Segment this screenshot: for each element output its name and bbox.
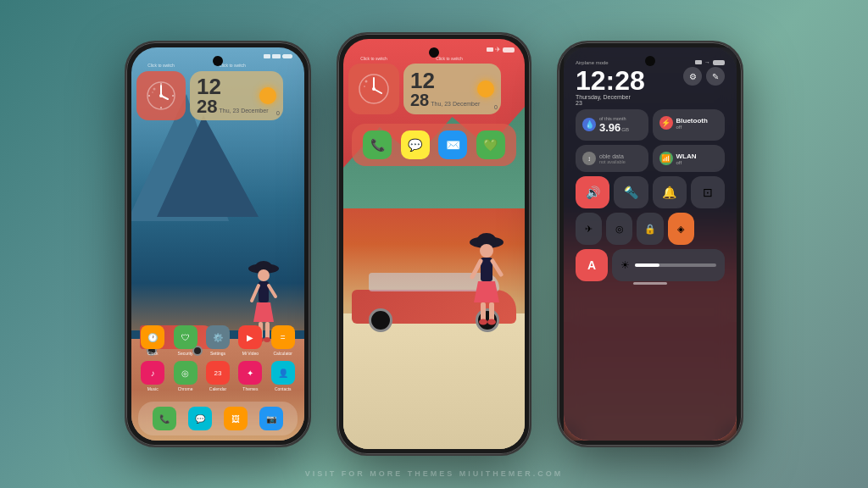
phone-2: ✈ Click to switch Click to switch (337, 32, 531, 456)
cc-top-icons: → (695, 59, 725, 65)
watermark: VISIT FOR MORE THEMES MIUITHEMER.COM (0, 469, 868, 478)
app-chrome[interactable]: ◎ Chrome (171, 361, 200, 391)
clock-widget[interactable] (136, 71, 186, 120)
status-icons-right: ✈ (264, 54, 292, 58)
p2-app-row: 📞 💬 ✉️ 💚 (352, 124, 516, 166)
svg-line-10 (269, 286, 275, 297)
cc-data-unit: GB (621, 127, 629, 132)
phone2-wallpaper: ✈ Click to switch Click to switch (343, 39, 525, 449)
svg-point-14 (159, 94, 163, 97)
datetime-widget[interactable]: 12 28 Thu, 23 December 0 (190, 71, 283, 120)
cc-wlan-tile[interactable]: 📶 WLAN off (653, 145, 726, 172)
p2-clock-widget[interactable] (348, 64, 399, 114)
cc-data-tile[interactable]: 💧 of this month 3.96 GB (576, 109, 648, 141)
phone-3: Airplane mode → 12:28 Thursday, December (557, 41, 743, 447)
app-music[interactable]: ♪ Music (138, 361, 167, 391)
cc-bluetooth-tile[interactable]: ⚡ Bluetooth off (653, 109, 726, 141)
app-themes[interactable]: ✦ Themes (236, 361, 264, 391)
svg-point-19 (153, 88, 156, 91)
svg-point-36 (365, 80, 368, 83)
svg-rect-26 (481, 302, 486, 321)
dock-camera[interactable]: 📷 (257, 407, 286, 430)
svg-point-29 (487, 319, 496, 325)
svg-point-2 (258, 269, 270, 281)
weather-sun-icon (259, 87, 276, 104)
dock-messages[interactable]: 💬 (186, 407, 214, 430)
svg-line-30 (472, 261, 481, 277)
widget-hour: 12 (197, 75, 221, 97)
app-settings[interactable]: ⚙️ Settings (203, 325, 232, 356)
p2-widget-hour: 12 (410, 69, 435, 92)
svg-marker-4 (253, 302, 274, 322)
cc-location-btn[interactable]: ◈ (668, 213, 694, 245)
dock-phone[interactable]: 📞 (150, 407, 179, 430)
cc-bluetooth-status: off (676, 125, 708, 130)
svg-point-18 (148, 95, 150, 97)
app-mivideo[interactable]: ▶ Mi Video (236, 325, 264, 356)
cc-scroll-handle (633, 282, 667, 285)
cc-airplane-btn[interactable]: ✈ (576, 213, 602, 245)
svg-rect-3 (259, 281, 269, 302)
p2-datetime-widget[interactable]: 12 28 Thu, 23 December 0 (403, 64, 501, 114)
svg-point-37 (364, 86, 365, 87)
cc-bluetooth-label: Bluetooth (676, 117, 708, 125)
app-grid: 🕐 Clock 🛡 Security ⚙️ Settings ▶ Mi Vide… (136, 325, 299, 391)
cc-a-btn[interactable]: A (576, 249, 608, 281)
cc-volume-btn[interactable]: 🔊 (576, 176, 609, 208)
dock-gallery[interactable]: 🖼 (221, 407, 250, 430)
widget-label-1: Click to switch (136, 63, 186, 68)
cc-wlan-status: off (676, 160, 697, 165)
cc-lock-btn[interactable]: 🔒 (637, 213, 663, 245)
p3-camera-punch-hole (645, 56, 655, 66)
p2-widget-label-2: Click to switch (403, 56, 496, 61)
svg-point-20 (152, 92, 153, 93)
cc-mobile-data-tile[interactable]: ↕ oble data not available (576, 145, 648, 172)
p2-messages-app[interactable]: 💬 (401, 130, 430, 159)
cc-circle-btn[interactable]: ◎ (606, 213, 632, 245)
svg-point-15 (160, 83, 162, 85)
app-clock[interactable]: 🕐 Clock (138, 325, 167, 356)
p2-mail-app[interactable]: ✉️ (438, 130, 467, 159)
p2-status-icons: ✈ (487, 46, 515, 53)
svg-point-23 (480, 244, 493, 258)
svg-rect-27 (489, 302, 494, 321)
cc-mobile-data-label: oble data (599, 153, 626, 159)
svg-point-28 (479, 319, 487, 325)
p2-wechat-app[interactable]: 💚 (476, 130, 505, 159)
camera-punch-hole (213, 56, 223, 66)
svg-point-17 (160, 107, 162, 108)
svg-line-9 (252, 286, 259, 301)
cc-brightness-control[interactable]: ☀ (612, 249, 725, 281)
app-security[interactable]: 🛡 Security (171, 325, 200, 356)
app-contacts[interactable]: 👤 Contacts (269, 361, 298, 391)
widget-label-2: Click to switch (190, 63, 275, 68)
svg-point-35 (372, 87, 376, 91)
cc-time: 12:28 (576, 67, 645, 94)
cc-settings-icon[interactable]: ✎ (706, 67, 725, 86)
svg-point-16 (172, 95, 174, 97)
p2-widget-date: Thu, 23 December (431, 101, 480, 107)
p2-widget-label-1: Click to switch (348, 56, 399, 61)
cc-torch-btn[interactable]: 🔦 (614, 176, 648, 208)
cc-wlan-label: WLAN (676, 152, 697, 160)
p2-weather-sun (477, 80, 494, 97)
app-calculator[interactable]: = Calculator (269, 325, 298, 356)
cc-edit-icon[interactable]: ⚙ (683, 67, 702, 86)
app-dock: 📞 💬 🖼 📷 (138, 402, 298, 435)
cc-empty-btn (698, 213, 725, 245)
cc-bell-btn[interactable]: 🔔 (653, 176, 687, 208)
app-calendar[interactable]: 23 Calendar (203, 361, 232, 391)
p2-widget-day: 28 (410, 92, 429, 108)
cc-data-value: 3.96 (599, 121, 620, 134)
cc-mobile-data-status: not available (599, 159, 626, 164)
cc-brightness-track[interactable] (635, 263, 716, 267)
p2-phone-app[interactable]: 📞 (363, 130, 392, 159)
p2-camera-punch-hole (429, 47, 439, 58)
phone3-control-center: Airplane mode → 12:28 Thursday, December (564, 47, 737, 441)
cc-brightness-fill (635, 263, 659, 267)
svg-line-31 (492, 261, 501, 274)
widget-date-text: Thu, 23 December (219, 108, 268, 114)
phone-1: ✈ Click to switch Click to switch (125, 41, 311, 447)
svg-marker-25 (474, 281, 499, 302)
cc-screen-rec-btn[interactable]: ⊡ (691, 176, 725, 208)
